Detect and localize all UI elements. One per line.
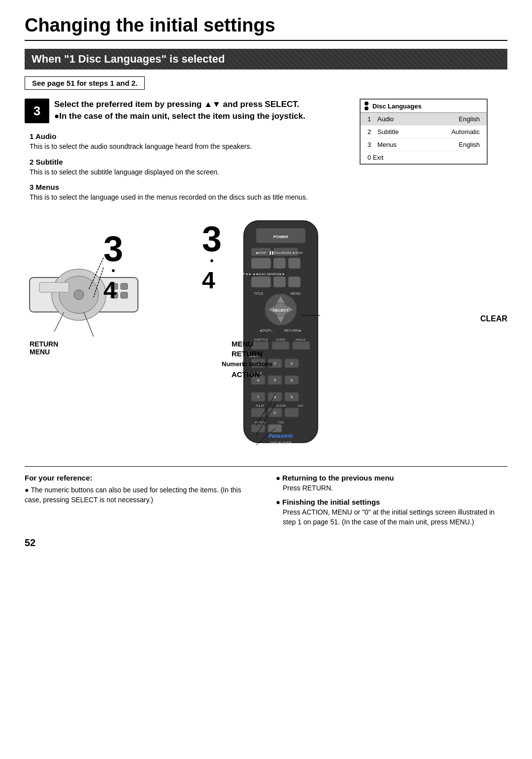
audio-title: 1 Audio <box>30 132 350 140</box>
sub-items-list: 1 Audio This is to select the audio soun… <box>30 132 350 203</box>
remote-control-svg: POWER ■STOP ▐▐STILL/PAUSE ►PLAY ◄◄SKIP ►… <box>232 218 330 455</box>
step-3-instruction: 3 Select the preferred item by pressing … <box>25 99 350 123</box>
reference-title: For your reference: <box>25 474 256 482</box>
sub-item-audio: 1 Audio This is to select the audio soun… <box>30 132 350 152</box>
sub-item-menus: 3 Menus This is to select the language u… <box>30 183 350 203</box>
svg-text:4: 4 <box>257 378 260 382</box>
see-page-reference: See page 51 for steps 1 and 2. <box>25 76 145 90</box>
row-value-subtitle: Automatic <box>451 128 480 136</box>
svg-rect-43 <box>272 342 289 349</box>
row-num-2: 2 <box>367 128 377 136</box>
reference-left-col: For your reference: The numeric buttons … <box>25 474 256 527</box>
row-num-3: 3 <box>367 141 377 148</box>
svg-text:8: 8 <box>274 395 276 399</box>
svg-text:7: 7 <box>257 395 260 399</box>
menus-title: 3 Menus <box>30 183 350 191</box>
row-label-audio: Audio <box>377 115 459 123</box>
svg-text:◄DISPL.: ◄DISPL. <box>259 329 273 332</box>
returning-title: Returning to the previous menu <box>282 474 394 482</box>
reference-numeric-note: The numeric buttons can also be used for… <box>25 485 256 505</box>
row-value-menus: English <box>459 141 480 148</box>
finishing-title: Finishing the initial settings <box>282 498 380 506</box>
page-title: Changing the initial settings <box>25 15 507 41</box>
bullet-return: ● <box>276 474 280 482</box>
step-number-3-dvd: 3 <box>103 233 123 265</box>
reference-right-col: ● Returning to the previous menu Press R… <box>276 474 507 527</box>
step-3-number: 3 <box>25 99 49 123</box>
audio-desc: This is to select the audio soundtrack l… <box>30 142 350 152</box>
svg-rect-71 <box>285 408 299 417</box>
screen-row-subtitle: 2 Subtitle Automatic <box>361 126 487 138</box>
dvd-player-area: 3 • 4 <box>25 218 192 356</box>
svg-text:YSS: YSS <box>278 421 284 424</box>
svg-rect-25 <box>251 276 271 287</box>
step-3-text: Select the preferred item by pressing ▲▼… <box>54 99 305 110</box>
svg-text:R▲AT: R▲AT <box>256 404 265 407</box>
svg-text:3: 3 <box>291 361 293 366</box>
screen-exit: 0 Exit <box>361 151 487 164</box>
svg-text:ANGLE: ANGLE <box>296 338 305 341</box>
screen-row-menus: 3 Menus English <box>361 138 487 151</box>
main-content-area: 3 Select the preferred item by pressing … <box>25 99 507 208</box>
reference-section: For your reference: The numeric buttons … <box>25 474 507 527</box>
numeric-buttons-label: Numeric buttons <box>222 360 272 368</box>
svg-text:SUBTITLE: SUBTITLE <box>254 338 268 341</box>
step-number-3-remote: 3 <box>202 223 222 255</box>
screen-dot-icon <box>365 102 368 105</box>
returning-sub: Press RETURN. <box>283 483 507 493</box>
screen-header: Disc Languages <box>361 100 487 113</box>
svg-text:2: 2 <box>274 361 276 366</box>
section-header: When "1 Disc Languages" is selected <box>25 49 507 69</box>
svg-rect-44 <box>293 342 310 349</box>
step-3-note: ●In the case of the main unit, select th… <box>54 110 305 122</box>
svg-rect-23 <box>288 258 300 269</box>
diagram-section: 3 • 4 <box>25 218 507 456</box>
svg-rect-68 <box>251 408 265 417</box>
remote-control-area: 3 • 4 CLEAR POWER ■STOP ▐▐STILL/PAUSE ►P… <box>192 218 507 456</box>
section-separator <box>25 466 507 467</box>
svg-rect-75 <box>268 424 282 432</box>
svg-point-3 <box>74 290 84 300</box>
screen-row-audio: 1 Audio English <box>361 113 487 126</box>
row-value-audio: English <box>459 115 480 123</box>
svg-text:POWER: POWER <box>273 235 288 239</box>
svg-text:RETURN►: RETURN► <box>284 329 302 332</box>
subtitle-title: 2 Subtitle <box>30 158 350 166</box>
screen-dot-icon-2 <box>365 106 368 110</box>
svg-text:0: 0 <box>274 411 276 415</box>
row-label-subtitle: Subtitle <box>377 128 451 136</box>
svg-rect-27 <box>288 276 300 287</box>
step-number-4-dvd: 4 <box>103 276 123 304</box>
page-number: 52 <box>25 537 507 549</box>
svg-rect-22 <box>273 258 286 269</box>
svg-rect-5 <box>39 282 69 292</box>
svg-rect-42 <box>251 342 268 349</box>
svg-text:6: 6 <box>291 378 293 382</box>
svg-text:9: 9 <box>291 395 293 399</box>
step-number-4-remote: 4 <box>202 267 222 294</box>
svg-text:≥10: ≥10 <box>298 404 303 407</box>
svg-text:CLEAR: CLEAR <box>276 404 286 407</box>
dvd-player-svg <box>25 218 177 356</box>
sub-item-subtitle: 2 Subtitle This is to select the subtitl… <box>30 158 350 177</box>
row-num-1: 1 <box>367 115 377 123</box>
svg-rect-74 <box>251 424 265 432</box>
menus-desc: This is to select the language used in t… <box>30 193 350 203</box>
svg-text:Panasonic: Panasonic <box>268 433 293 439</box>
svg-rect-21 <box>251 258 271 269</box>
menu-label-remote: MENU <box>232 340 253 348</box>
screen-title: Disc Languages <box>372 103 422 110</box>
return-label-remote: RETURN <box>232 349 263 358</box>
clear-label: CLEAR <box>480 314 507 323</box>
right-panel: Disc Languages 1 Audio English 2 Subtitl… <box>360 99 507 208</box>
svg-text:SELECT: SELECT <box>273 308 289 312</box>
svg-text:◄◄SKIP ►► ◄◄ELEC.SEARCH►►: ◄◄SKIP ►► ◄◄ELEC.SEARCH►► <box>233 273 285 276</box>
svg-rect-26 <box>273 276 286 287</box>
svg-text:▐▐STILL/PAUSE ►PLAY: ▐▐STILL/PAUSE ►PLAY <box>269 251 303 255</box>
subtitle-desc: This is to select the subtitle language … <box>30 168 350 177</box>
screen-icons <box>365 102 368 110</box>
svg-text:MENU: MENU <box>291 292 301 295</box>
action-label-remote: ACTION <box>232 370 260 379</box>
left-instructions: 3 Select the preferred item by pressing … <box>25 99 350 208</box>
svg-text:5: 5 <box>274 378 276 382</box>
